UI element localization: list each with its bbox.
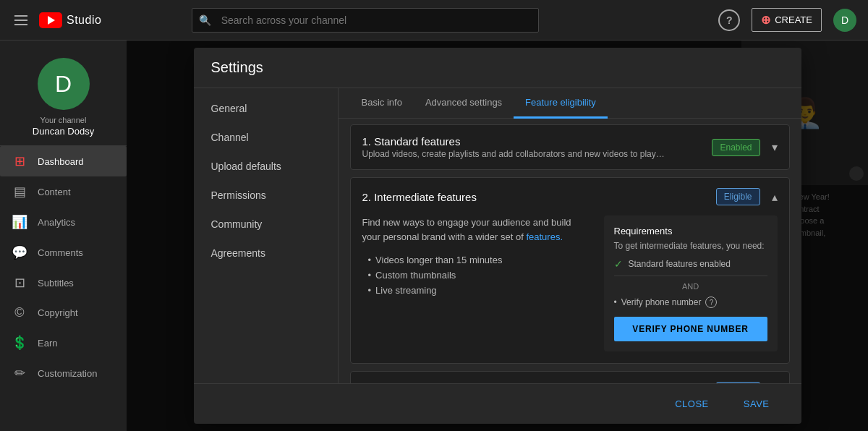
settings-modal: Settings GeneralChannelUpload defaultsPe… [194,48,801,424]
sidebar-item-earn[interactable]: 💲 Earn [0,328,127,358]
bullet-item: Live streaming [368,283,590,298]
req-phone: • Verify phone number ? [614,296,767,308]
sidebar-item-copyright[interactable]: © Copyright [0,298,127,328]
settings-tabs: Basic infoAdvanced settingsFeature eligi… [339,88,801,119]
settings-body: GeneralChannelUpload defaultsPermissions… [194,88,801,383]
sidebar-item-label: Comments [38,247,83,258]
logo[interactable]: Studio [39,12,101,28]
feature-card-advanced: 3. Advanced features Eligible ▾ [350,371,790,383]
sidebar-item-comments[interactable]: 💬 Comments [0,237,127,268]
sidebar-nav: ⊞ Dashboard ▤ Content 📊 Analytics 💬 Comm… [0,146,127,388]
topnav-left: Studio [12,12,101,28]
earn-icon: 💲 [12,335,27,351]
settings-content: Basic infoAdvanced settingsFeature eligi… [339,88,801,383]
channel-name: Duncan Dodsy [33,126,94,137]
sidebar-item-customization[interactable]: ✏ Customization [0,358,127,388]
phone-label: Verify phone number [621,297,702,307]
sidebar-item-label: Copyright [38,307,78,318]
settings-nav-community[interactable]: Community [194,210,338,239]
features-link[interactable]: features. [526,231,563,242]
sidebar-item-label: Customization [38,368,97,379]
studio-label: Studio [67,14,101,27]
bullet-item: Videos longer than 15 minutes [368,252,590,268]
info-icon: ? [705,296,717,308]
feature-expanded-intermediate: Find new ways to engage your audience an… [351,216,789,363]
topnav-right: ? ⊕ CREATE D [718,8,856,32]
settings-nav-agreements[interactable]: Agreements [194,239,338,268]
bullet-phone: • [614,297,617,307]
feature-title-standard: 1. Standard features [362,135,665,148]
customization-icon: ✏ [12,365,27,381]
settings-nav-channel[interactable]: Channel [194,123,338,152]
sidebar-item-label: Earn [38,338,57,349]
settings-header: Settings [194,48,801,88]
features-list: 1. Standard features Upload videos, crea… [339,119,801,383]
req-item-label: Standard features enabled [629,259,731,269]
feature-header-standard[interactable]: 1. Standard features Upload videos, crea… [351,125,789,169]
channel-avatar: D [38,58,90,110]
tab-advanced_settings[interactable]: Advanced settings [414,88,514,119]
analytics-icon: 📊 [12,214,27,230]
tab-basic_info[interactable]: Basic info [350,88,414,119]
feature-header-advanced[interactable]: 3. Advanced features Eligible ▾ [351,372,789,383]
sidebar-item-subtitles[interactable]: ⊡ Subtitles [0,268,127,298]
feature-card-standard: 1. Standard features Upload videos, crea… [350,124,790,170]
create-button[interactable]: ⊕ CREATE [752,8,822,32]
youtube-logo-icon [39,12,62,28]
feature-badge-standard: Enabled [712,139,760,156]
comments-icon: 💬 [12,244,27,260]
sidebar-item-label: Subtitles [38,278,74,289]
req-item: ✓ Standard features enabled [614,258,767,270]
close-button[interactable]: CLOSE [660,393,723,415]
req-divider: AND [614,276,767,291]
sidebar-item-dashboard[interactable]: ⊞ Dashboard [0,146,127,176]
feature-requirements: Requirements To get intermediate feature… [604,216,778,351]
settings-nav-general[interactable]: General [194,94,338,123]
create-label: CREATE [775,14,812,25]
settings-nav-permissions[interactable]: Permissions [194,181,338,210]
req-title: Requirements [614,226,767,236]
feature-badge-intermediate: Eligible [716,188,760,205]
sidebar-item-label: Content [38,187,71,197]
feature-left: Find new ways to engage your audience an… [362,216,590,351]
chevron-up-icon: ▴ [772,190,778,204]
settings-nav: GeneralChannelUpload defaultsPermissions… [194,88,339,383]
bullet-item: Custom thumbnails [368,268,590,283]
content-icon: ▤ [12,184,27,200]
req-desc: To get intermediate features, you need: [614,241,767,251]
verify-phone-button[interactable]: VERIFY PHONE NUMBER [614,317,767,341]
sidebar-item-content[interactable]: ▤ Content [0,176,127,207]
hamburger-menu[interactable] [12,12,30,28]
check-icon: ✓ [614,258,623,270]
settings-nav-upload_defaults[interactable]: Upload defaults [194,152,338,181]
search-bar: 🔍 [192,8,539,33]
dashboard-icon: ⊞ [12,153,27,169]
subtitles-icon: ⊡ [12,275,27,291]
feature-left-desc: Find new ways to engage your audience an… [362,216,590,244]
tab-feature_eligibility[interactable]: Feature eligibility [514,88,608,119]
settings-overlay: Settings GeneralChannelUpload defaultsPe… [127,40,868,431]
sidebar-item-label: Analytics [38,217,75,228]
copyright-icon: © [12,305,27,320]
search-icon: 🔍 [199,14,211,26]
sidebar-item-label: Dashboard [38,156,84,167]
sidebar-item-analytics[interactable]: 📊 Analytics [0,207,127,237]
main-content: 👨‍💼 e and happy New Year!around new cont… [127,40,868,431]
feature-card-intermediate: 2. Intermediate features Eligible ▴ Find… [350,177,790,364]
feature-title-intermediate: 2. Intermediate features [362,191,477,203]
topnav: Studio 🔍 ? ⊕ CREATE D [0,0,868,40]
user-avatar[interactable]: D [833,9,856,32]
feature-desc-standard: Upload videos, create playlists and add … [362,149,665,159]
settings-title: Settings [211,59,784,76]
bullet-list: Videos longer than 15 minutesCustom thum… [362,252,590,298]
help-button[interactable]: ? [718,9,740,31]
save-button[interactable]: SAVE [729,393,784,415]
sidebar: D Your channel Duncan Dodsy ⊞ Dashboard … [0,40,127,431]
feature-header-intermediate[interactable]: 2. Intermediate features Eligible ▴ [351,178,789,216]
feature-title-wrap-standard: 1. Standard features Upload videos, crea… [362,135,665,159]
search-input[interactable] [192,8,539,33]
channel-label: Your channel [41,116,87,124]
chevron-down-icon: ▾ [772,140,778,154]
channel-section: D Your channel Duncan Dodsy [0,46,127,146]
create-plus-icon: ⊕ [761,13,770,27]
